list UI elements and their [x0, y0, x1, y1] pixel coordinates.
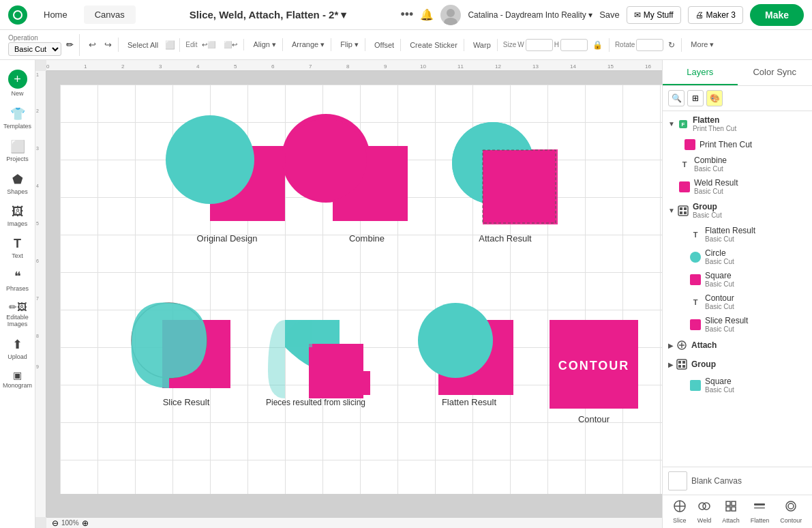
operation-select[interactable]: Basic Cut [8, 42, 61, 56]
layer-circle[interactable]: Circle Basic Cut [663, 246, 812, 268]
sidebar-item-shapes[interactable]: ⬟ Shapes [1, 168, 34, 199]
panel-group-icon[interactable]: ⊞ [687, 90, 704, 106]
group-sub: Basic Cut [693, 211, 722, 219]
bt-weld[interactable]: Weld [697, 499, 711, 524]
sidebar-item-text[interactable]: T Text [1, 233, 34, 263]
edit-btn-2[interactable]: ⬜↩ [220, 39, 241, 50]
height-input[interactable] [560, 39, 588, 51]
combine-name: Combine [694, 156, 727, 165]
select-icon[interactable]: ⬜ [163, 38, 177, 52]
phrases-icon: ❝ [14, 269, 21, 284]
sidebar-item-upload[interactable]: ⬆ Upload [1, 333, 34, 364]
warp-button[interactable]: Warp [470, 39, 494, 51]
group2-icon [676, 359, 687, 370]
contour-sub: Basic Cut [705, 303, 734, 310]
layer-slice-result[interactable]: Slice Result Basic Cut [663, 313, 812, 336]
zoom-out-button[interactable]: ⊖ [52, 518, 59, 528]
notifications-button[interactable]: 🔔 [420, 8, 434, 21]
create-sticker-button[interactable]: Create Sticker [406, 39, 461, 51]
save-button[interactable]: Save [599, 10, 620, 20]
layer-attach-header[interactable]: ▶ Attach [663, 336, 812, 355]
svg-point-46 [703, 503, 710, 510]
square-swatch [690, 274, 701, 285]
svg-text:Attach Result: Attach Result [479, 233, 532, 244]
panel-color-icon[interactable]: 🎨 [706, 90, 723, 106]
sidebar-item-editable-images[interactable]: ✏🖼 Editable Images [1, 297, 34, 332]
bt-contour-label: Contour [780, 517, 802, 524]
more-button[interactable]: More ▾ [687, 38, 717, 51]
svg-rect-34 [680, 211, 682, 214]
layer-square2[interactable]: Square Basic Cut [663, 374, 812, 396]
right-panel: Layers Color Sync 🔍 ⊞ 🎨 ▼ F Flatten Prin… [662, 60, 812, 528]
sidebar-label-text: Text [12, 252, 23, 259]
sidebar-item-new[interactable]: + New [1, 65, 34, 101]
undo-button[interactable]: ↩ [85, 38, 100, 52]
bt-contour[interactable]: Contour [780, 499, 802, 524]
layer-flatten-result[interactable]: T Flatten Result Basic Cut [663, 223, 812, 246]
tab-layers[interactable]: Layers [663, 60, 738, 85]
images-icon: 🖼 [12, 205, 24, 219]
layer-combine[interactable]: T Combine Basic Cut [663, 153, 812, 175]
sidebar-label-images: Images [7, 220, 28, 227]
sidebar-item-images[interactable]: 🖼 Images [1, 201, 34, 231]
sidebar-item-projects[interactable]: ⬜ Projects [1, 135, 34, 166]
new-icon: + [8, 70, 27, 89]
lock-button[interactable]: 🔒 [589, 38, 606, 52]
sidebar-label-new: New [11, 90, 23, 97]
make-button[interactable]: Make [750, 4, 804, 26]
layer-weld-result[interactable]: Weld Result Basic Cut [663, 175, 812, 198]
svg-rect-52 [754, 507, 765, 509]
offset-button[interactable]: Offset [371, 39, 397, 51]
more-options-button[interactable]: ••• [401, 8, 414, 22]
flatten-name: Flatten [693, 115, 736, 125]
tab-color-sync[interactable]: Color Sync [738, 60, 813, 85]
select-all-button[interactable]: Select All [124, 39, 162, 51]
canvas-scroll[interactable]: CONTOUR Original Design Combine Attach R… [46, 71, 662, 517]
bt-attach[interactable]: Attach [722, 499, 740, 524]
layer-contour[interactable]: T Contour Basic Cut [663, 291, 812, 313]
panel-search-icon[interactable]: 🔍 [668, 90, 685, 106]
group-name: Group [693, 202, 722, 211]
attach-icon [676, 340, 687, 351]
attach-name: Attach [691, 340, 717, 350]
my-stuff-button[interactable]: ✉ My Stuff [627, 6, 681, 24]
layer-print-then-cut[interactable]: Print Then Cut [663, 136, 812, 153]
redo-button[interactable]: ↪ [101, 38, 115, 52]
ruler-left: 1 2 3 4 5 6 7 8 9 [35, 71, 46, 517]
arrange-group: Arrange ▾ [286, 38, 331, 51]
main-area: + New 👕 Templates ⬜ Projects ⬟ Shapes 🖼 … [0, 60, 812, 528]
flatten-result-sub: Basic Cut [705, 235, 755, 243]
sidebar-item-monogram[interactable]: ▣ Monogram [1, 366, 34, 393]
arrange-button[interactable]: Arrange ▾ [288, 38, 328, 51]
svg-rect-43 [682, 365, 685, 368]
rotate-icon-button[interactable]: ↻ [665, 38, 678, 52]
bt-weld-label: Weld [697, 517, 711, 524]
bt-flatten[interactable]: Flatten [751, 499, 770, 524]
document-title[interactable]: Slice, Weld, Attach, Flatten - 2* ▾ [141, 9, 395, 21]
canvas-area[interactable]: 0 1 2 3 4 5 6 7 8 9 10 11 12 13 14 15 16 [35, 60, 662, 528]
svg-rect-33 [684, 207, 687, 210]
svg-point-1 [444, 18, 457, 25]
flip-button[interactable]: Flip ▾ [337, 38, 362, 51]
align-button[interactable]: Align ▾ [250, 38, 280, 51]
layer-group2-header[interactable]: ▶ Group [663, 355, 812, 374]
sidebar-item-templates[interactable]: 👕 Templates [1, 102, 34, 134]
layer-flatten-header[interactable]: ▼ F Flatten Print Then Cut [663, 111, 812, 136]
tab-home[interactable]: Home [33, 5, 78, 24]
layer-group-header[interactable]: ▼ Group Basic Cut [663, 198, 812, 223]
rotate-input[interactable] [636, 39, 663, 51]
bt-slice[interactable]: Slice [673, 499, 687, 524]
group-chevron: ▼ [668, 207, 675, 214]
square-sub: Basic Cut [705, 280, 734, 288]
user-name[interactable]: Catalina - Daydream Into Reality ▾ [468, 10, 592, 20]
edit-btn-1[interactable]: ↩⬜ [198, 39, 219, 50]
maker-button[interactable]: 🖨 Maker 3 [688, 6, 743, 24]
layer-square[interactable]: Square Basic Cut [663, 268, 812, 291]
width-input[interactable] [526, 39, 553, 51]
pen-icon[interactable]: ✏ [63, 38, 76, 52]
tab-canvas[interactable]: Canvas [84, 5, 136, 24]
svg-rect-47 [726, 501, 730, 505]
sidebar-item-phrases[interactable]: ❝ Phrases [1, 265, 34, 296]
flatten-sub: Print Then Cut [693, 125, 736, 132]
zoom-in-button[interactable]: ⊕ [82, 518, 89, 528]
